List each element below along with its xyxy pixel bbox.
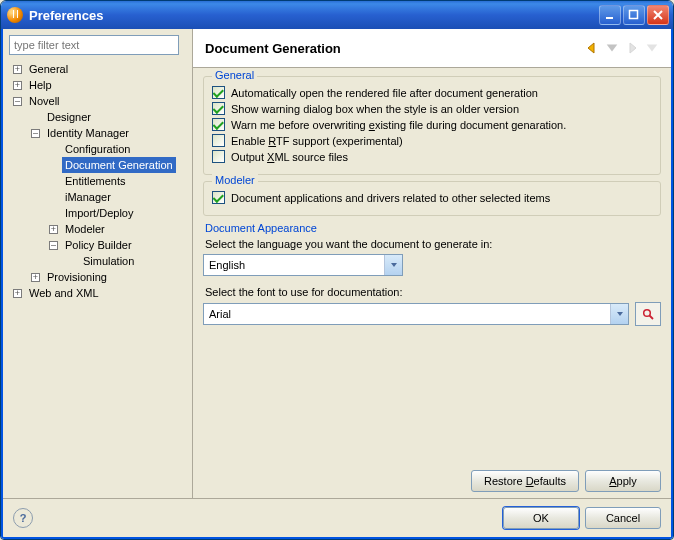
checkbox-label: Automatically open the rendered file aft… [231,87,538,99]
page-body: General Automatically open the rendered … [193,68,671,464]
font-combo[interactable]: Arial [203,303,629,325]
cancel-button[interactable]: Cancel [585,507,661,529]
font-label: Select the font to use for documentation… [205,286,661,298]
page-header: Document Generation [193,29,671,68]
language-combo[interactable]: English [203,254,403,276]
checkbox-label: Document applications and drivers relate… [231,192,550,204]
expand-icon[interactable]: + [31,273,40,282]
checkbox-doc-apps[interactable]: Document applications and drivers relate… [212,191,652,204]
tree-node-designer[interactable]: Designer [9,109,188,125]
group-legend: General [212,69,257,81]
expand-icon[interactable]: + [13,289,22,298]
checkbox-icon [212,118,225,131]
svg-rect-1 [630,11,638,19]
page-title: Document Generation [205,41,581,56]
font-browse-button[interactable] [635,302,661,326]
svg-rect-0 [606,17,613,19]
combo-value: English [204,259,384,271]
chevron-down-icon [610,304,628,324]
checkbox-icon [212,134,225,147]
top-split: + General + Help – Novell [3,29,671,498]
window-title: Preferences [29,8,597,23]
back-menu-button[interactable] [603,39,621,57]
combo-value: Arial [204,308,610,320]
tree-node-import-deploy[interactable]: Import/Deploy [9,205,188,221]
forward-menu-button[interactable] [643,39,661,57]
bottom-bar: ? OK Cancel [3,498,671,537]
left-pane: + General + Help – Novell [3,29,193,498]
tree-node-simulation[interactable]: Simulation [9,253,188,269]
help-icon[interactable]: ? [13,508,33,528]
collapse-icon[interactable]: – [13,97,22,106]
minimize-button[interactable] [599,5,621,25]
back-button[interactable] [583,39,601,57]
checkbox-xml-output[interactable]: Output XML source files [212,150,652,163]
tree-node-imanager[interactable]: iManager [9,189,188,205]
tree-node-modeler[interactable]: + Modeler [9,221,188,237]
ok-button[interactable]: OK [503,507,579,529]
group-legend: Modeler [212,174,258,186]
appearance-heading: Document Appearance [205,222,661,234]
tree-node-web-and-xml[interactable]: + Web and XML [9,285,188,301]
group-modeler: Modeler Document applications and driver… [203,181,661,216]
language-label: Select the language you want the documen… [205,238,661,250]
expand-icon[interactable]: + [49,225,58,234]
chevron-down-icon [384,255,402,275]
checkbox-icon [212,150,225,163]
apply-button[interactable]: Apply [585,470,661,492]
font-row: Arial [203,302,661,326]
preferences-tree: + General + Help – Novell [9,61,188,494]
tree-node-identity-manager[interactable]: – Identity Manager [9,125,188,141]
checkbox-warn-overwrite[interactable]: Warn me before overwriting existing file… [212,118,652,131]
app-icon [7,7,23,23]
collapse-icon[interactable]: – [31,129,40,138]
tree-node-provisioning[interactable]: + Provisioning [9,269,188,285]
checkbox-label: Show warning dialog box when the style i… [231,103,519,115]
collapse-icon[interactable]: – [49,241,58,250]
filter-input[interactable] [9,35,179,55]
expand-icon[interactable]: + [13,65,22,74]
preferences-window: Preferences + General [0,0,674,540]
checkbox-show-warning[interactable]: Show warning dialog box when the style i… [212,102,652,115]
forward-button[interactable] [623,39,641,57]
checkbox-rtf-support[interactable]: Enable RTF support (experimental) [212,134,652,147]
titlebar[interactable]: Preferences [1,1,673,29]
checkbox-icon [212,191,225,204]
tree-node-entitlements[interactable]: Entitlements [9,173,188,189]
close-button[interactable] [647,5,669,25]
tree-node-help[interactable]: + Help [9,77,188,93]
tree-node-novell[interactable]: – Novell [9,93,188,109]
maximize-button[interactable] [623,5,645,25]
checkbox-auto-open[interactable]: Automatically open the rendered file aft… [212,86,652,99]
client-area: + General + Help – Novell [1,29,673,539]
restore-defaults-button[interactable]: Restore Defaults [471,470,579,492]
expand-icon[interactable]: + [13,81,22,90]
svg-line-3 [650,316,654,320]
checkbox-label: Warn me before overwriting existing file… [231,119,566,131]
page-button-row: Restore Defaults Apply [193,464,671,498]
checkbox-icon [212,102,225,115]
tree-node-configuration[interactable]: Configuration [9,141,188,157]
checkbox-label: Enable RTF support (experimental) [231,135,403,147]
right-pane: Document Generation [193,29,671,498]
tree-node-document-generation[interactable]: Document Generation [9,157,188,173]
svg-point-2 [644,310,651,317]
tree-node-general[interactable]: + General [9,61,188,77]
tree-node-policy-builder[interactable]: – Policy Builder [9,237,188,253]
checkbox-label: Output XML source files [231,151,348,163]
checkbox-icon [212,86,225,99]
group-general: General Automatically open the rendered … [203,76,661,175]
